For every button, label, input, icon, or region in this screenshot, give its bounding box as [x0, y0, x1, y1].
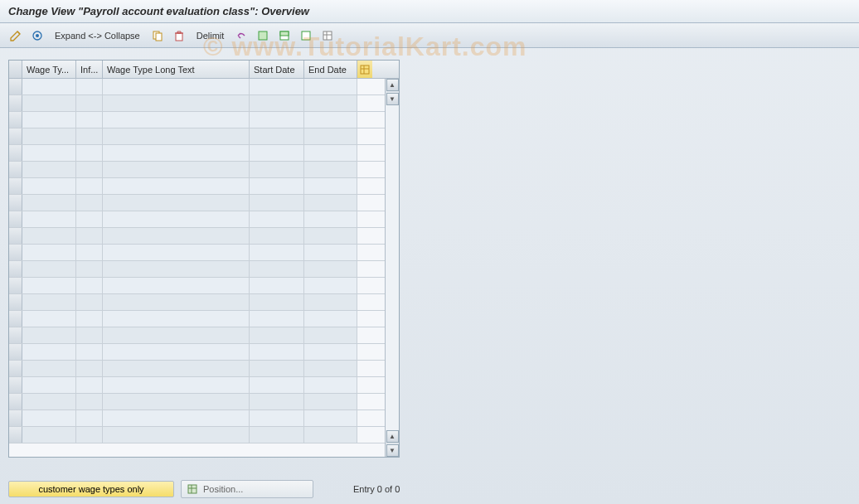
cell-long-text[interactable] [103, 79, 250, 94]
cell-start-date[interactable] [250, 361, 304, 376]
cell-long-text[interactable] [103, 162, 250, 177]
cell-start-date[interactable] [250, 261, 304, 277]
row-selector[interactable] [9, 228, 22, 244]
row-selector[interactable] [9, 427, 22, 443]
other-view-icon[interactable] [28, 27, 46, 44]
cell-wage-type[interactable] [22, 145, 76, 161]
row-selector[interactable] [9, 95, 22, 111]
cell-wage-type[interactable] [22, 344, 76, 360]
row-selector[interactable] [9, 361, 22, 376]
cell-wage-type[interactable] [22, 228, 76, 244]
cell-start-date[interactable] [250, 278, 304, 293]
cell-end-date[interactable] [304, 311, 357, 327]
cell-wage-type[interactable] [22, 294, 76, 310]
cell-start-date[interactable] [250, 145, 304, 161]
cell-long-text[interactable] [103, 327, 250, 343]
scroll-down-icon[interactable]: ▼ [386, 93, 399, 105]
cell-long-text[interactable] [103, 128, 250, 144]
cell-end-date[interactable] [304, 112, 357, 128]
cell-end-date[interactable] [304, 278, 357, 293]
cell-long-text[interactable] [103, 228, 250, 244]
cell-inf[interactable] [76, 327, 103, 343]
cell-long-text[interactable] [103, 294, 250, 310]
cell-start-date[interactable] [250, 112, 304, 128]
cell-end-date[interactable] [304, 162, 357, 177]
row-selector-header[interactable] [9, 61, 22, 78]
row-selector[interactable] [9, 162, 22, 177]
cell-wage-type[interactable] [22, 278, 76, 293]
cell-end-date[interactable] [304, 327, 357, 343]
cell-wage-type[interactable] [22, 261, 76, 277]
row-selector[interactable] [9, 211, 22, 227]
column-header-end-date[interactable]: End Date [304, 61, 357, 78]
cell-start-date[interactable] [250, 128, 304, 144]
cell-wage-type[interactable] [22, 427, 76, 443]
row-selector[interactable] [9, 278, 22, 293]
scroll-track[interactable] [386, 105, 399, 430]
row-selector[interactable] [9, 112, 22, 128]
scroll-up-icon[interactable]: ▲ [386, 79, 399, 91]
table-settings-icon[interactable] [318, 27, 337, 44]
deselect-all-icon[interactable] [297, 27, 315, 44]
cell-inf[interactable] [76, 410, 103, 426]
cell-long-text[interactable] [103, 178, 250, 194]
cell-inf[interactable] [76, 294, 103, 310]
row-selector[interactable] [9, 261, 22, 277]
cell-inf[interactable] [76, 162, 103, 177]
cell-inf[interactable] [76, 95, 103, 111]
row-selector[interactable] [9, 410, 22, 426]
cell-end-date[interactable] [304, 79, 357, 94]
cell-inf[interactable] [76, 377, 103, 393]
cell-wage-type[interactable] [22, 95, 76, 111]
column-header-inf[interactable]: Inf... [76, 61, 103, 78]
cell-wage-type[interactable] [22, 327, 76, 343]
cell-start-date[interactable] [250, 245, 304, 260]
cell-end-date[interactable] [304, 361, 357, 376]
cell-start-date[interactable] [250, 344, 304, 360]
scroll-down2-icon[interactable]: ▼ [386, 444, 399, 457]
row-selector[interactable] [9, 327, 22, 343]
cell-start-date[interactable] [250, 178, 304, 194]
cell-inf[interactable] [76, 245, 103, 260]
cell-inf[interactable] [76, 195, 103, 211]
row-selector[interactable] [9, 294, 22, 310]
configure-columns-icon[interactable] [357, 61, 372, 78]
cell-start-date[interactable] [250, 410, 304, 426]
column-header-long-text[interactable]: Wage Type Long Text [103, 61, 250, 78]
cell-inf[interactable] [76, 361, 103, 376]
cell-inf[interactable] [76, 344, 103, 360]
delete-icon[interactable] [170, 27, 188, 44]
cell-end-date[interactable] [304, 245, 357, 260]
cell-long-text[interactable] [103, 211, 250, 227]
cell-inf[interactable] [76, 427, 103, 443]
cell-long-text[interactable] [103, 344, 250, 360]
cell-end-date[interactable] [304, 410, 357, 426]
row-selector[interactable] [9, 311, 22, 327]
customer-wage-types-button[interactable]: customer wage types only [8, 481, 174, 497]
cell-inf[interactable] [76, 261, 103, 277]
cell-wage-type[interactable] [22, 377, 76, 393]
row-selector[interactable] [9, 195, 22, 211]
cell-end-date[interactable] [304, 95, 357, 111]
cell-wage-type[interactable] [22, 410, 76, 426]
cell-wage-type[interactable] [22, 128, 76, 144]
copy-icon[interactable] [148, 27, 167, 44]
undo-icon[interactable] [232, 27, 250, 44]
cell-end-date[interactable] [304, 261, 357, 277]
cell-wage-type[interactable] [22, 245, 76, 260]
vertical-scrollbar[interactable]: ▲ ▼ ▲ ▼ [385, 79, 399, 457]
cell-wage-type[interactable] [22, 311, 76, 327]
cell-end-date[interactable] [304, 178, 357, 194]
column-header-wage-type[interactable]: Wage Ty... [22, 61, 76, 78]
cell-long-text[interactable] [103, 427, 250, 443]
expand-collapse-button[interactable]: Expand <-> Collapse [50, 31, 145, 41]
cell-inf[interactable] [76, 79, 103, 94]
row-selector[interactable] [9, 128, 22, 144]
cell-start-date[interactable] [250, 377, 304, 393]
cell-end-date[interactable] [304, 344, 357, 360]
cell-end-date[interactable] [304, 228, 357, 244]
cell-inf[interactable] [76, 394, 103, 410]
cell-inf[interactable] [76, 128, 103, 144]
cell-start-date[interactable] [250, 211, 304, 227]
cell-long-text[interactable] [103, 261, 250, 277]
